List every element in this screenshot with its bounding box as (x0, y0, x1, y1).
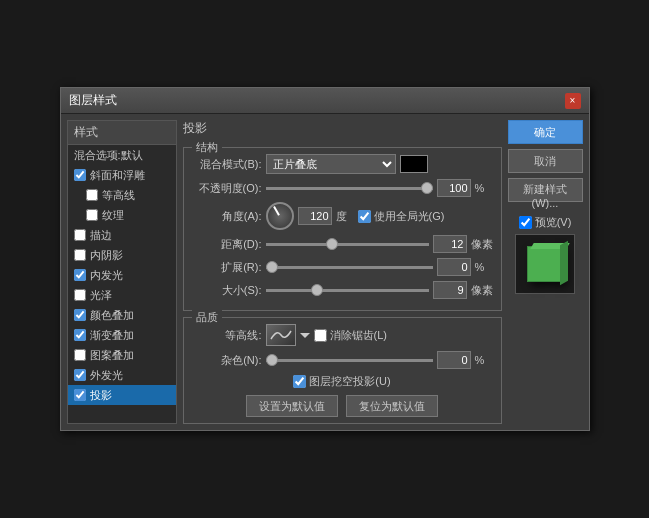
styles-header: 样式 (68, 121, 176, 145)
blend-mode-row: 混合模式(B): 正片叠底 (192, 154, 493, 174)
inner-glow-label: 内发光 (90, 268, 123, 283)
inner-shadow-label: 内阴影 (90, 248, 123, 263)
sidebar-item-pattern-overlay[interactable]: 图案叠加 (68, 345, 176, 365)
quality-group: 品质 等高线: 消除锯齿(L) (183, 317, 502, 424)
blend-mode-label: 混合模式(B): (192, 157, 262, 172)
sidebar-item-texture[interactable]: 纹理 (68, 205, 176, 225)
inner-glow-checkbox[interactable] (74, 269, 86, 281)
layer-knockout-checkbox[interactable] (293, 375, 306, 388)
sidebar-item-default[interactable]: 混合选项:默认 (68, 145, 176, 165)
global-light-checkbox[interactable] (358, 210, 371, 223)
angle-label: 角度(A): (192, 209, 262, 224)
preview-box (515, 234, 575, 294)
anti-alias-label[interactable]: 消除锯齿(L) (314, 328, 387, 343)
angle-dial[interactable] (266, 202, 294, 230)
color-overlay-checkbox[interactable] (74, 309, 86, 321)
noise-slider-container (266, 359, 433, 362)
spread-row: 扩展(R): % (192, 258, 493, 276)
preview-checkbox[interactable] (519, 216, 532, 229)
preview-label[interactable]: 预览(V) (519, 215, 572, 230)
layer-knockout-text: 图层挖空投影(U) (309, 374, 390, 389)
sidebar-item-bevel[interactable]: 斜面和浮雕 (68, 165, 176, 185)
preview-text: 预览(V) (535, 215, 572, 230)
sidebar-item-contour[interactable]: 等高线 (68, 185, 176, 205)
distance-unit: 像素 (471, 237, 493, 252)
dialog-title: 图层样式 (69, 92, 117, 109)
pattern-overlay-checkbox[interactable] (74, 349, 86, 361)
spread-unit: % (475, 261, 493, 273)
contour-label: 等高线 (102, 188, 135, 203)
sidebar-item-color-overlay[interactable]: 颜色叠加 (68, 305, 176, 325)
default-label: 混合选项:默认 (74, 148, 143, 163)
anti-alias-checkbox[interactable] (314, 329, 327, 342)
contour-label: 等高线: (192, 328, 262, 343)
size-slider[interactable] (266, 289, 429, 292)
layer-knockout-label[interactable]: 图层挖空投影(U) (293, 374, 390, 389)
opacity-unit: % (475, 182, 493, 194)
sidebar-item-inner-glow[interactable]: 内发光 (68, 265, 176, 285)
size-slider-container (266, 289, 429, 292)
inner-shadow-checkbox[interactable] (74, 249, 86, 261)
section-title: 投影 (183, 120, 502, 137)
angle-row: 角度(A): 度 使用全局光(G) (192, 202, 493, 230)
quality-legend: 品质 (192, 310, 222, 325)
contour-checkbox[interactable] (86, 189, 98, 201)
noise-slider[interactable] (266, 359, 433, 362)
right-panel: 确定 取消 新建样式(W)... 预览(V) (508, 120, 583, 424)
angle-value-input[interactable] (298, 207, 332, 225)
gradient-overlay-label: 渐变叠加 (90, 328, 134, 343)
distance-slider[interactable] (266, 243, 429, 246)
spread-label: 扩展(R): (192, 260, 262, 275)
cancel-button[interactable]: 取消 (508, 149, 583, 173)
stroke-label: 描边 (90, 228, 112, 243)
drop-shadow-checkbox[interactable] (74, 389, 86, 401)
pattern-overlay-label: 图案叠加 (90, 348, 134, 363)
opacity-slider-container (266, 187, 433, 190)
color-swatch[interactable] (400, 155, 428, 173)
distance-slider-container (266, 243, 429, 246)
satin-checkbox[interactable] (74, 289, 86, 301)
close-button[interactable]: × (565, 93, 581, 109)
blend-mode-select[interactable]: 正片叠底 (266, 154, 396, 174)
size-value-input[interactable] (433, 281, 467, 299)
anti-alias-text: 消除锯齿(L) (330, 328, 387, 343)
outer-glow-checkbox[interactable] (74, 369, 86, 381)
opacity-row: 不透明度(O): % (192, 179, 493, 197)
sidebar-item-satin[interactable]: 光泽 (68, 285, 176, 305)
gradient-overlay-checkbox[interactable] (74, 329, 86, 341)
bottom-buttons: 设置为默认值 复位为默认值 (192, 395, 493, 417)
middle-panel: 投影 结构 混合模式(B): 正片叠底 不透明度(O): (183, 120, 502, 424)
global-light-label[interactable]: 使用全局光(G) (358, 209, 445, 224)
reset-default-button[interactable]: 复位为默认值 (346, 395, 438, 417)
spread-value-input[interactable] (437, 258, 471, 276)
sidebar-item-outer-glow[interactable]: 外发光 (68, 365, 176, 385)
opacity-slider[interactable] (266, 187, 433, 190)
contour-dropdown-arrow (300, 333, 310, 338)
spread-slider-container (266, 266, 433, 269)
ok-button[interactable]: 确定 (508, 120, 583, 144)
drop-shadow-label: 投影 (90, 388, 112, 403)
global-light-text: 使用全局光(G) (374, 209, 445, 224)
sidebar-item-drop-shadow[interactable]: 投影 (68, 385, 176, 405)
spread-slider[interactable] (266, 266, 433, 269)
preview-cube (527, 246, 563, 282)
sidebar-item-gradient-overlay[interactable]: 渐变叠加 (68, 325, 176, 345)
noise-value-input[interactable] (437, 351, 471, 369)
contour-preview[interactable] (266, 324, 296, 346)
new-style-button[interactable]: 新建样式(W)... (508, 178, 583, 202)
sidebar-item-inner-shadow[interactable]: 内阴影 (68, 245, 176, 265)
size-unit: 像素 (471, 283, 493, 298)
noise-label: 杂色(N): (192, 353, 262, 368)
size-label: 大小(S): (192, 283, 262, 298)
bevel-checkbox[interactable] (74, 169, 86, 181)
outer-glow-label: 外发光 (90, 368, 123, 383)
structure-legend: 结构 (192, 140, 222, 155)
noise-unit: % (475, 354, 493, 366)
stroke-checkbox[interactable] (74, 229, 86, 241)
sidebar-item-stroke[interactable]: 描边 (68, 225, 176, 245)
contour-row: 等高线: 消除锯齿(L) (192, 324, 493, 346)
distance-value-input[interactable] (433, 235, 467, 253)
set-default-button[interactable]: 设置为默认值 (246, 395, 338, 417)
opacity-value-input[interactable] (437, 179, 471, 197)
texture-checkbox[interactable] (86, 209, 98, 221)
